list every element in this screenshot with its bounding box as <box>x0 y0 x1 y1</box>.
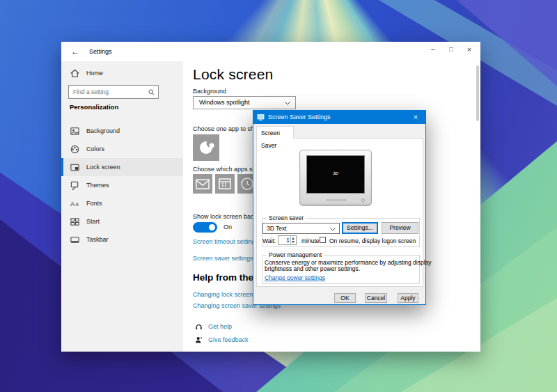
give-feedback-link[interactable]: Give feedback <box>208 335 249 345</box>
back-icon[interactable]: ← <box>68 45 82 58</box>
resume-logon-checkbox[interactable] <box>320 237 326 243</box>
sidebar-item-label: Themes <box>86 176 109 194</box>
taskbar-icon <box>70 235 80 245</box>
start-icon <box>70 217 80 227</box>
sidebar-item-start[interactable]: Start <box>61 212 183 230</box>
sidebar-item-colors[interactable]: Colors <box>61 140 183 158</box>
background-dropdown-value: Windows spotlight <box>199 99 250 106</box>
cancel-button[interactable]: Cancel <box>365 293 387 303</box>
sidebar-item-label: Lock screen <box>86 158 120 176</box>
sidebar-item-label: Colors <box>86 140 104 158</box>
svg-text:A: A <box>75 202 79 207</box>
chevron-down-icon <box>285 102 290 105</box>
sidebar-item-taskbar[interactable]: Taskbar <box>61 230 183 249</box>
detailed-status-app-tile[interactable] <box>193 134 219 161</box>
spinner-up-icon[interactable] <box>292 237 295 240</box>
svg-text:A: A <box>70 201 75 207</box>
maximize-button[interactable]: □ <box>443 42 460 58</box>
dialog-titlebar[interactable]: Screen Saver Settings × <box>253 111 425 124</box>
spinner-arrows <box>290 236 296 244</box>
sidebar-item-lock-screen[interactable]: Lock screen <box>61 158 183 176</box>
sidebar-item-label: Background <box>86 122 120 140</box>
dialog-title: Screen Saver Settings <box>268 111 331 124</box>
screen-saver-preview-monitor: 3D <box>299 150 372 206</box>
screen-saver-settings-link[interactable]: Screen saver settings <box>193 255 253 262</box>
sidebar-item-themes[interactable]: Themes <box>61 176 183 194</box>
settings-button[interactable]: Settings... <box>342 222 378 234</box>
calendar-icon <box>215 174 235 194</box>
sidebar-item-label: Fonts <box>86 194 102 212</box>
mail-icon <box>193 174 212 194</box>
settings-titlebar: ← Settings – □ × <box>61 42 480 61</box>
tab-page: 3D Screen saver 3D Text Settings... Prev… <box>256 138 423 287</box>
background-image-icon <box>70 126 80 136</box>
wait-spinner[interactable]: 1 <box>278 235 297 245</box>
get-help-link[interactable]: Get help <box>208 322 232 332</box>
screen-saver-settings-dialog: Screen Saver Settings × Screen Saver 3D … <box>253 110 426 305</box>
page-title: Lock screen <box>193 66 273 83</box>
colors-icon <box>70 144 80 155</box>
selected-accent-bar <box>61 158 63 176</box>
apply-button[interactable]: Apply <box>398 293 418 303</box>
quick-status-tile-mail[interactable] <box>193 174 212 194</box>
weather-app-icon <box>193 134 219 161</box>
sidebar-item-fonts[interactable]: AA Fonts <box>61 194 183 212</box>
scrollbar[interactable] <box>476 65 479 121</box>
close-button[interactable]: × <box>461 42 478 58</box>
themes-icon <box>70 180 80 191</box>
fonts-icon: AA <box>70 198 80 209</box>
preview-3d-text: 3D <box>307 171 365 175</box>
screen-saver-group-label: Screen saver <box>267 214 306 221</box>
minimize-button[interactable]: – <box>425 42 441 58</box>
screen-saver-dialog-icon <box>257 113 265 121</box>
spinner-down-icon[interactable] <box>292 241 295 243</box>
sidebar-item-label: Start <box>86 212 100 230</box>
dialog-close-button[interactable]: × <box>406 111 425 124</box>
wait-value[interactable]: 1 <box>286 236 290 245</box>
screen-saver-dropdown[interactable]: 3D Text <box>262 223 340 234</box>
show-background-toggle[interactable] <box>193 222 217 233</box>
window-title: Settings <box>89 42 112 61</box>
sidebar-item-label: Taskbar <box>86 230 109 249</box>
power-description-line2: brightness and other power settings. <box>265 266 432 272</box>
background-label: Background <box>193 88 226 95</box>
get-help-row[interactable]: Get help <box>183 322 322 333</box>
give-feedback-row[interactable]: Give feedback <box>183 335 322 346</box>
get-help-icon <box>194 322 203 331</box>
screen-timeout-settings-link[interactable]: Screen timeout settings <box>193 238 258 245</box>
search-box[interactable] <box>68 85 159 99</box>
preview-screen: 3D <box>306 155 365 194</box>
resume-logon-label: On resume, display logon screen <box>329 237 416 244</box>
wait-label: Wait: <box>262 237 276 244</box>
home-icon <box>70 68 80 79</box>
chevron-down-icon <box>330 228 336 231</box>
desktop: ← Settings – □ × Home Personalization <box>0 0 557 392</box>
power-management-group-label: Power management <box>267 251 324 258</box>
lock-screen-icon <box>70 162 80 173</box>
power-description: Conserve energy or maximize performance … <box>265 260 432 272</box>
give-feedback-icon <box>194 336 203 345</box>
sidebar-section-label: Personalization <box>70 103 118 111</box>
tab-screen-saver[interactable]: Screen Saver <box>256 126 294 139</box>
monitor-bezel-slot <box>326 199 347 201</box>
preview-button[interactable]: Preview <box>382 222 418 234</box>
quick-status-tile-calendar[interactable] <box>215 174 235 194</box>
sidebar: Home Personalization Background Color <box>61 61 183 352</box>
sidebar-item-home[interactable]: Home <box>61 65 183 81</box>
ok-button[interactable]: OK <box>334 293 356 303</box>
search-input[interactable] <box>69 86 147 98</box>
toggle-state-label: On <box>223 222 232 233</box>
sidebar-item-background[interactable]: Background <box>61 122 183 140</box>
toggle-knob <box>209 224 215 230</box>
sidebar-item-label: Home <box>86 65 103 81</box>
search-icon[interactable] <box>148 88 155 96</box>
screen-saver-dropdown-value: 3D Text <box>267 225 287 232</box>
monitor-power-button <box>361 198 365 202</box>
change-power-settings-link[interactable]: Change power settings <box>265 274 325 281</box>
background-dropdown[interactable]: Windows spotlight <box>193 96 296 109</box>
